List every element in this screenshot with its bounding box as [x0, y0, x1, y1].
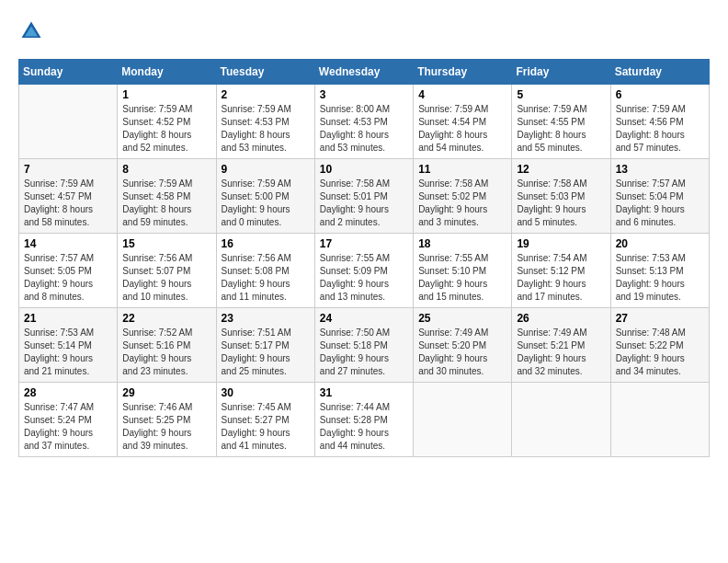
weekday-header-saturday: Saturday [610, 60, 709, 85]
sun-info: Sunrise: 7:59 AMSunset: 5:00 PMDaylight:… [222, 178, 310, 229]
calendar-cell: 20Sunrise: 7:53 AMSunset: 5:13 PMDayligh… [610, 234, 709, 308]
calendar-cell [512, 383, 610, 457]
weekday-header-row: SundayMondayTuesdayWednesdayThursdayFrid… [19, 60, 710, 85]
calendar-cell: 15Sunrise: 7:56 AMSunset: 5:07 PMDayligh… [118, 234, 216, 308]
calendar-table: SundayMondayTuesdayWednesdayThursdayFrid… [18, 59, 710, 457]
day-number: 31 [320, 386, 408, 399]
calendar-cell: 27Sunrise: 7:48 AMSunset: 5:22 PMDayligh… [610, 308, 709, 383]
sun-info: Sunrise: 7:59 AMSunset: 4:58 PMDaylight:… [122, 178, 210, 229]
day-number: 11 [418, 163, 506, 176]
sun-info: Sunrise: 7:45 AMSunset: 5:27 PMDaylight:… [222, 401, 310, 453]
calendar-week-row: 14Sunrise: 7:57 AMSunset: 5:05 PMDayligh… [19, 234, 710, 308]
sun-info: Sunrise: 7:59 AMSunset: 4:55 PMDaylight:… [517, 103, 605, 155]
sun-info: Sunrise: 7:44 AMSunset: 5:28 PMDaylight:… [320, 401, 408, 453]
sun-info: Sunrise: 7:47 AMSunset: 5:24 PMDaylight:… [24, 401, 112, 453]
calendar-cell: 29Sunrise: 7:46 AMSunset: 5:25 PMDayligh… [118, 383, 216, 457]
day-number: 21 [24, 312, 112, 325]
day-number: 3 [320, 88, 408, 101]
calendar-cell: 16Sunrise: 7:56 AMSunset: 5:08 PMDayligh… [216, 234, 314, 308]
day-number: 25 [418, 312, 506, 325]
day-number: 5 [517, 88, 605, 101]
day-number: 29 [122, 386, 210, 399]
sun-info: Sunrise: 7:58 AMSunset: 5:03 PMDaylight:… [517, 178, 605, 229]
calendar-cell: 10Sunrise: 7:58 AMSunset: 5:01 PMDayligh… [314, 159, 413, 234]
calendar-cell: 30Sunrise: 7:45 AMSunset: 5:27 PMDayligh… [216, 383, 314, 457]
calendar-cell: 3Sunrise: 8:00 AMSunset: 4:53 PMDaylight… [314, 85, 413, 159]
sun-info: Sunrise: 7:49 AMSunset: 5:20 PMDaylight:… [418, 327, 506, 378]
day-number: 16 [222, 237, 310, 250]
calendar-cell: 17Sunrise: 7:55 AMSunset: 5:09 PMDayligh… [314, 234, 413, 308]
sun-info: Sunrise: 7:55 AMSunset: 5:10 PMDaylight:… [418, 252, 506, 304]
calendar-cell: 9Sunrise: 7:59 AMSunset: 5:00 PMDaylight… [216, 159, 314, 234]
calendar-cell [19, 85, 118, 159]
calendar-cell: 8Sunrise: 7:59 AMSunset: 4:58 PMDaylight… [118, 159, 216, 234]
day-number: 23 [222, 312, 310, 325]
sun-info: Sunrise: 7:53 AMSunset: 5:14 PMDaylight:… [24, 327, 112, 378]
day-number: 14 [24, 237, 112, 250]
calendar-cell: 4Sunrise: 7:59 AMSunset: 4:54 PMDaylight… [414, 85, 512, 159]
sun-info: Sunrise: 7:48 AMSunset: 5:22 PMDaylight:… [616, 327, 704, 378]
day-number: 4 [418, 88, 506, 101]
calendar-cell: 23Sunrise: 7:51 AMSunset: 5:17 PMDayligh… [216, 308, 314, 383]
sun-info: Sunrise: 7:50 AMSunset: 5:18 PMDaylight:… [320, 327, 408, 378]
day-number: 2 [222, 88, 310, 101]
sun-info: Sunrise: 7:53 AMSunset: 5:13 PMDaylight:… [616, 252, 704, 304]
day-number: 28 [24, 386, 112, 399]
calendar-cell: 31Sunrise: 7:44 AMSunset: 5:28 PMDayligh… [314, 383, 413, 457]
day-number: 30 [222, 386, 310, 399]
sun-info: Sunrise: 7:49 AMSunset: 5:21 PMDaylight:… [517, 327, 605, 378]
sun-info: Sunrise: 7:55 AMSunset: 5:09 PMDaylight:… [320, 252, 408, 304]
day-number: 24 [320, 312, 408, 325]
sun-info: Sunrise: 7:59 AMSunset: 4:52 PMDaylight:… [122, 103, 210, 155]
calendar-cell: 1Sunrise: 7:59 AMSunset: 4:52 PMDaylight… [118, 85, 216, 159]
calendar-cell: 7Sunrise: 7:59 AMSunset: 4:57 PMDaylight… [19, 159, 118, 234]
sun-info: Sunrise: 7:57 AMSunset: 5:04 PMDaylight:… [616, 178, 704, 229]
day-number: 8 [122, 163, 210, 176]
calendar-cell: 24Sunrise: 7:50 AMSunset: 5:18 PMDayligh… [314, 308, 413, 383]
day-number: 18 [418, 237, 506, 250]
day-number: 9 [222, 163, 310, 176]
logo-icon [18, 18, 44, 44]
calendar-cell: 19Sunrise: 7:54 AMSunset: 5:12 PMDayligh… [512, 234, 610, 308]
logo [18, 18, 48, 44]
sun-info: Sunrise: 7:59 AMSunset: 4:53 PMDaylight:… [222, 103, 310, 155]
day-number: 22 [122, 312, 210, 325]
day-number: 7 [24, 163, 112, 176]
day-number: 17 [320, 237, 408, 250]
calendar-week-row: 21Sunrise: 7:53 AMSunset: 5:14 PMDayligh… [19, 308, 710, 383]
sun-info: Sunrise: 7:46 AMSunset: 5:25 PMDaylight:… [122, 401, 210, 453]
day-number: 20 [616, 237, 704, 250]
sun-info: Sunrise: 7:52 AMSunset: 5:16 PMDaylight:… [122, 327, 210, 378]
day-number: 12 [517, 163, 605, 176]
calendar-cell: 13Sunrise: 7:57 AMSunset: 5:04 PMDayligh… [610, 159, 709, 234]
day-number: 15 [122, 237, 210, 250]
day-number: 1 [122, 88, 210, 101]
day-number: 19 [517, 237, 605, 250]
sun-info: Sunrise: 8:00 AMSunset: 4:53 PMDaylight:… [320, 103, 408, 155]
calendar-week-row: 28Sunrise: 7:47 AMSunset: 5:24 PMDayligh… [19, 383, 710, 457]
calendar-cell: 25Sunrise: 7:49 AMSunset: 5:20 PMDayligh… [414, 308, 512, 383]
sun-info: Sunrise: 7:56 AMSunset: 5:07 PMDaylight:… [122, 252, 210, 304]
page-header [18, 18, 710, 44]
calendar-body: 1Sunrise: 7:59 AMSunset: 4:52 PMDaylight… [19, 85, 710, 457]
calendar-cell: 18Sunrise: 7:55 AMSunset: 5:10 PMDayligh… [414, 234, 512, 308]
calendar-cell: 12Sunrise: 7:58 AMSunset: 5:03 PMDayligh… [512, 159, 610, 234]
sun-info: Sunrise: 7:51 AMSunset: 5:17 PMDaylight:… [222, 327, 310, 378]
sun-info: Sunrise: 7:58 AMSunset: 5:02 PMDaylight:… [418, 178, 506, 229]
calendar-cell: 2Sunrise: 7:59 AMSunset: 4:53 PMDaylight… [216, 85, 314, 159]
calendar-cell [414, 383, 512, 457]
calendar-cell [610, 383, 709, 457]
sun-info: Sunrise: 7:59 AMSunset: 4:56 PMDaylight:… [616, 103, 704, 155]
calendar-cell: 6Sunrise: 7:59 AMSunset: 4:56 PMDaylight… [610, 85, 709, 159]
weekday-header-sunday: Sunday [19, 60, 118, 85]
day-number: 13 [616, 163, 704, 176]
calendar-week-row: 7Sunrise: 7:59 AMSunset: 4:57 PMDaylight… [19, 159, 710, 234]
calendar-header: SundayMondayTuesdayWednesdayThursdayFrid… [19, 60, 710, 85]
calendar-cell: 14Sunrise: 7:57 AMSunset: 5:05 PMDayligh… [19, 234, 118, 308]
sun-info: Sunrise: 7:57 AMSunset: 5:05 PMDaylight:… [24, 252, 112, 304]
sun-info: Sunrise: 7:59 AMSunset: 4:54 PMDaylight:… [418, 103, 506, 155]
sun-info: Sunrise: 7:56 AMSunset: 5:08 PMDaylight:… [222, 252, 310, 304]
weekday-header-thursday: Thursday [414, 60, 512, 85]
calendar-cell: 21Sunrise: 7:53 AMSunset: 5:14 PMDayligh… [19, 308, 118, 383]
day-number: 6 [616, 88, 704, 101]
